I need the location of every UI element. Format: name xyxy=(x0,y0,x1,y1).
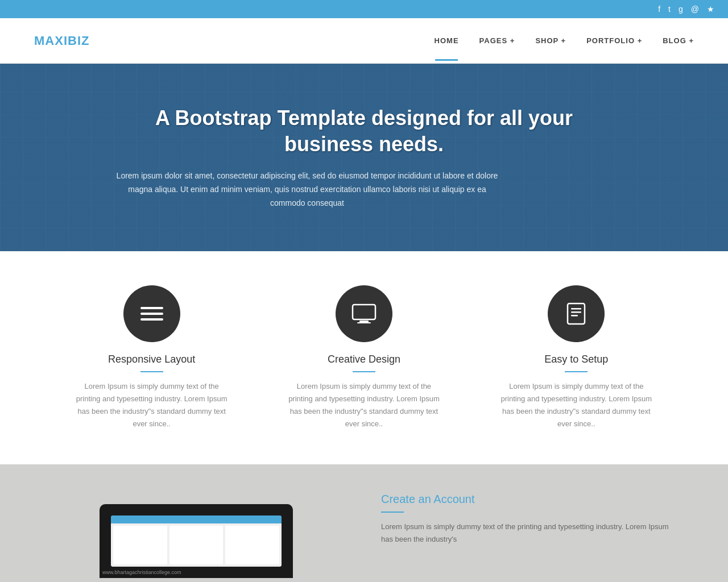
feature-responsive-divider xyxy=(140,371,163,372)
feature-creative: Creative Design Lorem Ipsum is simply du… xyxy=(284,285,444,430)
bottom-divider xyxy=(381,512,404,513)
top-bar: f t g @ ★ xyxy=(0,0,728,18)
hero-content: A Bootstrap Template designed for all yo… xyxy=(114,105,614,210)
nav-blog[interactable]: BLOG + xyxy=(663,36,694,45)
nav-pages[interactable]: PAGES + xyxy=(479,36,515,45)
hero-heading: A Bootstrap Template designed for all yo… xyxy=(114,105,614,159)
bottom-text-content: Create an Account Lorem Ipsum is simply … xyxy=(381,493,682,546)
logo-maxi: MAXI xyxy=(34,34,68,48)
svg-rect-7 xyxy=(571,308,581,310)
feature-easy: Easy to Setup Lorem Ipsum is simply dumm… xyxy=(497,285,656,430)
hero-section: A Bootstrap Template designed for all yo… xyxy=(0,64,728,251)
device-mockup: www.bhartagachristiancollege.com xyxy=(100,504,293,578)
svg-rect-0 xyxy=(140,307,163,309)
bottom-title: Create an Account xyxy=(381,493,682,506)
feature-responsive-desc: Lorem Ipsum is simply dummy text of the … xyxy=(72,380,231,430)
logo-biz: BIZ xyxy=(68,34,89,48)
twitter-icon[interactable]: t xyxy=(668,5,671,14)
feature-creative-desc: Lorem Ipsum is simply dummy text of the … xyxy=(284,380,444,430)
easy-icon xyxy=(548,285,605,342)
device-screen xyxy=(111,516,282,567)
feature-responsive-title: Responsive Layout xyxy=(108,354,195,365)
facebook-icon[interactable]: f xyxy=(658,5,660,14)
svg-rect-3 xyxy=(353,305,375,319)
bottom-desc: Lorem Ipsum is simply dummy text of the … xyxy=(381,521,682,546)
navbar: MAXIBIZ HOME PAGES + SHOP + PORTFOLIO + … xyxy=(0,18,728,64)
responsive-icon xyxy=(123,285,180,342)
rss-icon[interactable]: ★ xyxy=(707,5,714,14)
google-plus-icon[interactable]: g xyxy=(679,5,683,14)
svg-rect-9 xyxy=(571,315,578,317)
svg-rect-1 xyxy=(140,313,163,315)
nav-shop[interactable]: SHOP + xyxy=(535,36,566,45)
feature-creative-title: Creative Design xyxy=(328,354,400,365)
logo[interactable]: MAXIBIZ xyxy=(34,34,89,48)
nav-links: HOME PAGES + SHOP + PORTFOLIO + BLOG + xyxy=(435,36,694,45)
svg-rect-4 xyxy=(359,321,369,322)
feature-creative-divider xyxy=(353,371,375,372)
svg-rect-8 xyxy=(571,311,581,313)
feature-responsive: Responsive Layout Lorem Ipsum is simply … xyxy=(72,285,231,430)
device-mockup-container: www.bhartagachristiancollege.com xyxy=(46,493,347,578)
feature-easy-desc: Lorem Ipsum is simply dummy text of the … xyxy=(497,380,656,430)
nav-portfolio[interactable]: PORTFOLIO + xyxy=(586,36,642,45)
watermark: www.bhartagachristiancollege.com xyxy=(102,569,181,575)
bottom-section: www.bhartagachristiancollege.com Create … xyxy=(0,464,728,582)
hero-description: Lorem ipsum dolor sit amet, consectetur … xyxy=(114,169,500,210)
dribbble-icon[interactable]: @ xyxy=(691,5,699,14)
feature-easy-title: Easy to Setup xyxy=(544,354,608,365)
creative-icon xyxy=(336,285,392,342)
svg-rect-5 xyxy=(357,322,371,323)
svg-rect-2 xyxy=(140,318,163,321)
features-section: Responsive Layout Lorem Ipsum is simply … xyxy=(0,251,728,464)
nav-home[interactable]: HOME xyxy=(435,36,459,45)
feature-easy-divider xyxy=(565,371,588,372)
svg-rect-6 xyxy=(568,304,585,324)
